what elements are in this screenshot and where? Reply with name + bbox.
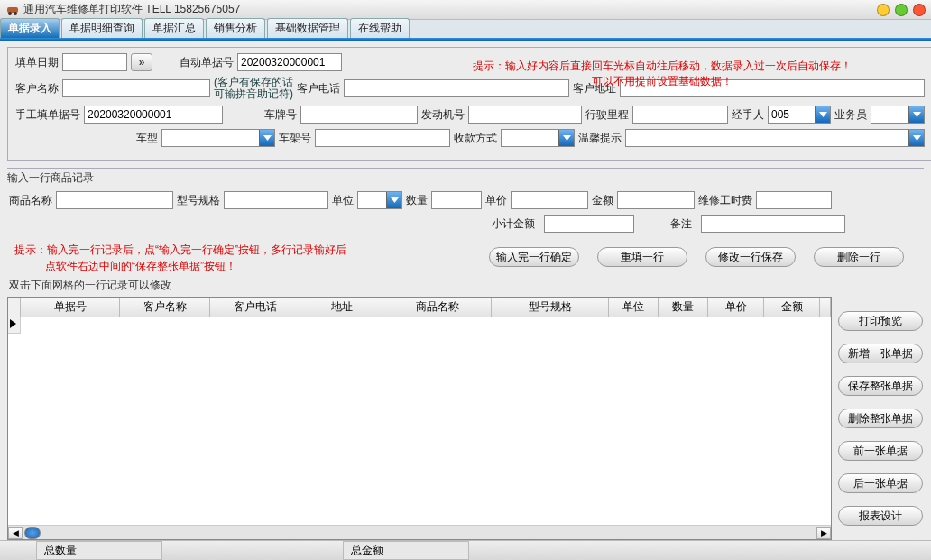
svg-point-2 <box>14 12 17 15</box>
subtotal-input[interactable] <box>544 215 634 233</box>
warm-hint-input[interactable] <box>625 129 925 147</box>
row-delete-button[interactable]: 删除一行 <box>814 247 904 267</box>
next-doc-button[interactable]: 后一张单据 <box>838 473 923 493</box>
manual-no-label: 手工填单据号 <box>15 107 80 123</box>
grid-col-price[interactable]: 单价 <box>708 298 764 317</box>
grid-col-amount[interactable]: 金额 <box>764 298 820 317</box>
item-price-label: 单价 <box>485 193 507 208</box>
status-bar: 总数量 总金额 <box>0 540 931 560</box>
item-amount-input[interactable] <box>617 191 695 209</box>
chevron-down-icon[interactable] <box>908 130 924 146</box>
print-preview-button[interactable]: 打印预览 <box>838 311 923 331</box>
handler-combo[interactable] <box>768 106 831 124</box>
auto-no-label: 自动单据号 <box>180 55 234 70</box>
remark-label: 备注 <box>670 216 692 232</box>
date-label: 填单日期 <box>15 55 59 70</box>
item-section-label: 输入一行商品记录 <box>7 168 924 188</box>
top-hint-line2: 可以不用提前设置基础数据！ <box>400 74 925 89</box>
item-unit-label: 单位 <box>332 193 354 208</box>
engine-label: 发动机号 <box>421 107 465 123</box>
item-labor-input[interactable] <box>756 191 832 209</box>
car-model-combo[interactable] <box>161 129 275 147</box>
item-qty-input[interactable] <box>431 191 482 209</box>
grid-col-product-name[interactable]: 商品名称 <box>383 298 492 317</box>
grid-col-extra[interactable] <box>820 298 831 317</box>
item-amount-label: 金额 <box>592 193 613 208</box>
prev-doc-button[interactable]: 前一张单据 <box>838 441 923 461</box>
tab-entry[interactable]: 单据录入 <box>0 18 60 38</box>
item-qty-label: 数量 <box>406 193 428 208</box>
item-name-input[interactable] <box>56 191 173 209</box>
sales-combo[interactable] <box>871 106 925 124</box>
tab-summary[interactable]: 单据汇总 <box>144 18 204 38</box>
item-spec-input[interactable] <box>224 191 328 209</box>
sales-label: 业务员 <box>834 107 867 123</box>
app-icon <box>5 3 20 17</box>
chevron-down-icon[interactable] <box>558 130 574 146</box>
grid-col-doc-no[interactable]: 单据号 <box>21 298 120 317</box>
minimize-button[interactable] <box>877 4 890 16</box>
engine-input[interactable] <box>468 106 582 124</box>
mid-hint: 提示：输入完一行记录后，点“输入完一行确定”按钮，多行记录输好后 点软件右边中间… <box>14 242 459 274</box>
grid-col-address[interactable]: 地址 <box>300 298 383 317</box>
item-labor-label: 维修工时费 <box>698 193 752 208</box>
chevron-down-icon[interactable] <box>815 106 830 123</box>
maximize-button[interactable] <box>895 4 908 16</box>
scroll-left-icon[interactable]: ◀ <box>8 527 23 539</box>
mid-hint-line2: 点软件右边中间的“保存整张单据”按钮！ <box>14 258 459 274</box>
header-form: 填单日期 » 自动单据号 提示：输入好内容后直接回车光标自动往后移动，数据录入过… <box>7 47 931 161</box>
manual-no-input[interactable] <box>84 106 223 124</box>
tab-base-data[interactable]: 基础数据管理 <box>267 18 348 38</box>
vin-input[interactable] <box>315 129 450 147</box>
report-design-button[interactable]: 报表设计 <box>838 506 923 526</box>
row-save-button[interactable]: 修改一行保存 <box>705 247 796 267</box>
row-confirm-button[interactable]: 输入完一行确定 <box>489 247 579 267</box>
save-whole-doc-button[interactable]: 保存整张单据 <box>838 376 923 396</box>
date-forward-button[interactable]: » <box>131 53 152 71</box>
grid-body[interactable] <box>8 317 831 525</box>
tab-bar: 单据录入 单据明细查询 单据汇总 销售分析 基础数据管理 在线帮助 <box>0 20 931 38</box>
grid-col-spec[interactable]: 型号规格 <box>492 298 609 317</box>
horizontal-scrollbar[interactable]: ◀ ▶ <box>8 525 831 539</box>
handler-label: 经手人 <box>732 107 764 123</box>
remark-input[interactable] <box>701 215 845 233</box>
grid-col-qty[interactable]: 数量 <box>659 298 708 317</box>
row-refill-button[interactable]: 重填一行 <box>597 247 687 267</box>
grid-col-cust-phone[interactable]: 客户电话 <box>210 298 300 317</box>
car-model-label: 车型 <box>136 131 158 146</box>
tab-help[interactable]: 在线帮助 <box>350 18 410 38</box>
mid-hint-line1: 提示：输入完一行记录后，点“输入完一行确定”按钮，多行记录输好后 <box>14 242 459 258</box>
cust-name-note: (客户有保存的话 可输拼音助记符) <box>214 77 293 100</box>
tab-sales-analysis[interactable]: 销售分析 <box>206 18 265 38</box>
plate-label: 车牌号 <box>264 107 297 123</box>
delete-whole-doc-button[interactable]: 删除整张单据 <box>838 409 923 428</box>
miles-label: 行驶里程 <box>585 107 629 123</box>
total-amt-label: 总金额 <box>351 543 383 558</box>
new-doc-button[interactable]: 新增一张单据 <box>838 344 923 363</box>
chevron-down-icon[interactable] <box>908 106 924 123</box>
item-price-input[interactable] <box>511 191 588 209</box>
close-button[interactable] <box>913 4 926 16</box>
grid-row-marker-header <box>8 298 21 317</box>
cust-name-input[interactable] <box>62 79 210 97</box>
auto-no-input[interactable] <box>237 53 342 71</box>
item-unit-combo[interactable] <box>357 191 402 209</box>
tab-detail-query[interactable]: 单据明细查询 <box>61 18 143 38</box>
scroll-right-icon[interactable]: ▶ <box>816 527 831 539</box>
total-qty-label: 总数量 <box>44 543 77 558</box>
grid-col-unit[interactable]: 单位 <box>609 298 659 317</box>
date-input[interactable] <box>62 53 127 71</box>
scroll-thumb[interactable] <box>24 527 41 539</box>
data-grid[interactable]: 单据号 客户名称 客户电话 地址 商品名称 型号规格 单位 数量 单价 金额 ◀ <box>7 297 832 540</box>
plate-input[interactable] <box>300 106 418 124</box>
chevron-down-icon[interactable] <box>386 192 401 208</box>
miles-input[interactable] <box>632 106 728 124</box>
chevron-down-icon[interactable] <box>259 130 274 146</box>
pay-label: 收款方式 <box>454 131 497 146</box>
grid-header: 单据号 客户名称 客户电话 地址 商品名称 型号规格 单位 数量 单价 金额 <box>8 298 831 317</box>
grid-col-cust-name[interactable]: 客户名称 <box>120 298 210 317</box>
window-titlebar: 通用汽车维修单打印软件 TELL 15825675057 <box>0 0 931 20</box>
pay-combo[interactable] <box>501 129 575 147</box>
warm-hint-combo[interactable] <box>625 129 925 147</box>
window-title: 通用汽车维修单打印软件 TELL 15825675057 <box>23 2 240 17</box>
